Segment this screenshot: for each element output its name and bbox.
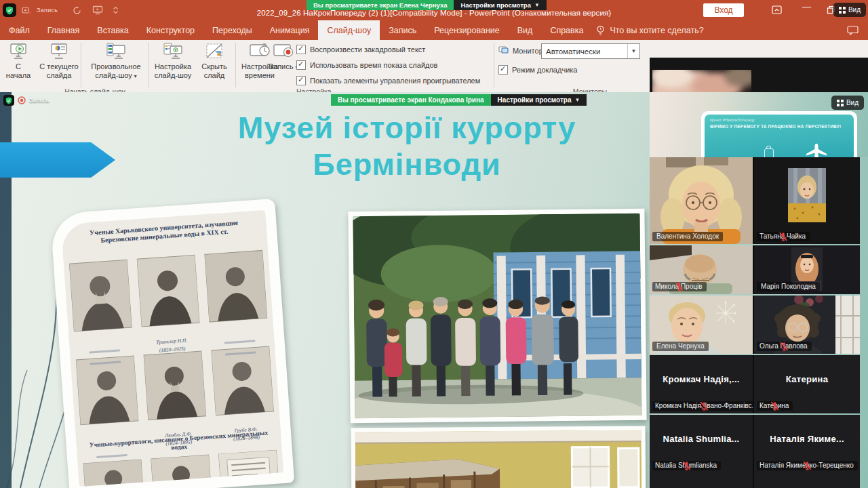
muted-mic-icon [757, 461, 858, 470]
participant-tile-olga[interactable]: Ольга Павлова [754, 296, 860, 354]
tab-insert[interactable]: Вставка [88, 20, 137, 40]
tab-file[interactable]: Файл [0, 20, 39, 40]
participant-name-label: Марія Поколодна [757, 282, 820, 291]
checkbox-use-timings[interactable]: Использовать время показа слайдов [296, 60, 437, 70]
inner-recording-indicator: Запись [3, 95, 50, 106]
chevron-down-icon: ▼ [575, 97, 580, 103]
muted-mic-icon [652, 461, 721, 470]
setup-slideshow-button[interactable]: Настройка слайд-шоу [151, 42, 195, 80]
participant-video [652, 70, 751, 92]
tab-view[interactable]: Вид [509, 20, 542, 40]
from-beginning-button[interactable]: С начала [3, 42, 34, 80]
participant-tile-katerina[interactable]: Катерина Катерина [754, 355, 860, 413]
tab-transitions[interactable]: Переходы [203, 20, 261, 40]
participant-tile-tatyana[interactable]: Татьяна Чайка [754, 157, 860, 244]
participant-tile-natalia-sh[interactable]: Natalia Shumlia... Natalia Shumlianska [650, 415, 753, 488]
monitor-dropdown[interactable]: Автоматически ▼ [541, 43, 640, 59]
participant-name-label: Кромкач Надія, Івано-Франківс... [652, 401, 753, 411]
checkbox-show-media-controls[interactable]: Показать элементы управления проигрывате… [296, 76, 480, 85]
chevron-down-icon: ▼ [534, 2, 540, 8]
tab-animations[interactable]: Анимация [261, 20, 319, 40]
inner-view-options-button[interactable]: Настройки просмотра▼ [491, 94, 587, 106]
custom-slideshow-button[interactable]: Произвольное слайд-шоу ▾ [85, 42, 146, 81]
group-photo-scene [353, 214, 642, 418]
hide-slide-button[interactable]: Скрыть слайд [197, 42, 232, 80]
tab-record[interactable]: Запись [380, 20, 425, 40]
ribbon-display-options-icon[interactable] [772, 5, 782, 16]
inner-zoom-view-button[interactable]: Вид [831, 96, 864, 110]
monitor-icon [498, 46, 509, 55]
share-banner-message: Вы просматриваете экран Елена Чернуха [307, 0, 454, 10]
outer-share-banner: Вы просматриваете экран Елена Чернуха На… [307, 0, 547, 10]
suitcase-icon [764, 148, 774, 157]
participant-name-label: Natalia Shumlianska [652, 461, 721, 470]
participant-name-label: Катерина [757, 401, 793, 411]
checkbox-play-narrations[interactable]: Воспроизвести закадровый текст [296, 45, 425, 54]
slide-photo-museum-interior [351, 426, 646, 488]
lightbulb-icon [596, 25, 605, 36]
portrait-photo [136, 243, 201, 338]
tab-home[interactable]: Главная [39, 20, 89, 40]
group-label-setup: Настройка [296, 87, 332, 92]
checkbox-presenter-view[interactable]: Режим докладчика [498, 65, 577, 75]
grid-view-icon [837, 100, 844, 106]
participant-video [650, 157, 753, 244]
preview-slide-card: проект #НаКрокПопереду ВІРИМО У ПЕРЕМОГУ… [701, 111, 857, 157]
participant-tile-elena-active[interactable]: Елена Чернуха [650, 296, 753, 354]
dropdown-arrow-icon[interactable]: ▼ [627, 44, 639, 58]
portrait-photo [68, 248, 133, 343]
portrait-photo [83, 460, 144, 487]
tab-design[interactable]: Конструктор [138, 20, 203, 40]
slide-title: Музей історії курорту Бермінводи [88, 110, 726, 183]
participant-tile-valentyna[interactable]: Валентина Холодок [650, 157, 753, 244]
monitor-label: Монитор: [513, 47, 545, 55]
portrait-photo [203, 239, 268, 333]
tab-review[interactable]: Рецензирование [425, 20, 509, 40]
checkbox-checked-icon [296, 76, 306, 85]
share-preview-tile[interactable]: проект #НаКрокПопереду ВІРИМО У ПЕРЕМОГУ… [650, 92, 868, 157]
participant-name-label: Елена Чернуха [652, 342, 709, 351]
participant-tile-partial[interactable] [650, 58, 868, 92]
preview-slogan: ВІРИМО У ПЕРЕМОГУ ТА ПРАЦЮЄМО НА ПЕРСПЕК… [710, 124, 848, 129]
participant-display-name: Natalia Shumlia... [650, 434, 753, 444]
participant-tile-maria[interactable]: Марія Поколодна [754, 245, 860, 294]
participant-name-label: Микола Проців [652, 282, 707, 291]
comments-icon[interactable] [847, 26, 859, 38]
participant-tile-mykola[interactable]: Микола Проців [650, 245, 753, 294]
participant-name-label: Наталія Якименко-Терещенко [757, 461, 858, 470]
muted-mic-icon [652, 401, 753, 411]
slide-photo-museum-poster: Ученые Харьковского университета, изучав… [50, 199, 294, 488]
participant-name-label: Валентина Холодок [652, 232, 723, 241]
portrait-photo [151, 455, 212, 487]
zoom-view-button[interactable]: Вид [833, 3, 866, 17]
participant-tile-kromkach[interactable]: Кромкач Надія,... Кромкач Надія, Івано-Ф… [650, 355, 753, 413]
sign-in-button[interactable]: Вход [703, 3, 744, 17]
record-slideshow-button[interactable]: Запись ▾ [269, 42, 298, 72]
dropdown-caret-icon: ▾ [134, 73, 137, 79]
participant-name-label: Ольга Павлова [757, 342, 812, 351]
minimize-button[interactable]: — [802, 1, 811, 12]
portrait-photo [210, 335, 275, 427]
grid-view-icon [839, 7, 846, 14]
interior-photo-scene [355, 430, 642, 488]
preview-project-label: проект #НаКрокПопереду [710, 118, 848, 122]
checkbox-checked-icon [296, 45, 306, 54]
tab-help[interactable]: Справка [541, 20, 592, 40]
tell-me-search[interactable]: Что вы хотите сделать? [592, 20, 703, 40]
group-label-start-slideshow: Начать слайд-шоу [41, 87, 149, 92]
tab-slideshow[interactable]: Слайд-шоу [318, 20, 380, 40]
inner-share-banner: Вы просматриваете экран Кондакова Ірина … [331, 94, 587, 106]
inner-record-label: Запись [29, 97, 50, 104]
participant-video [754, 157, 860, 244]
portrait-photo [142, 340, 207, 432]
muted-mic-icon [757, 401, 793, 411]
airplane-icon [805, 143, 828, 157]
from-current-slide-button[interactable]: С текущего слайда [35, 42, 83, 80]
portrait-photo [75, 344, 140, 436]
inner-share-banner-message: Вы просматриваете экран Кондакова Ірина [331, 94, 491, 106]
participant-tile-natalia-ya[interactable]: Наталія Якиме... Наталія Якименко-Тереще… [754, 415, 860, 488]
checkbox-checked-icon [498, 65, 508, 75]
view-options-button[interactable]: Настройки просмотра▼ [454, 0, 546, 10]
muted-mic-icon [757, 342, 812, 351]
zoom-security-shield-icon[interactable] [3, 95, 14, 106]
